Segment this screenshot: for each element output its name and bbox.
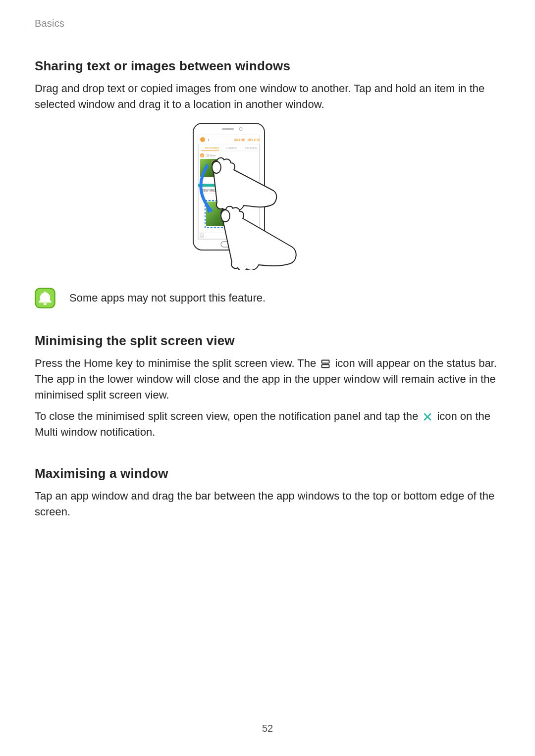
- paragraph-minimise-a: Press the Home key to minimise the split…: [35, 355, 500, 403]
- svg-rect-31: [322, 360, 329, 363]
- illus-delete: DELETE: [248, 138, 261, 142]
- paragraph-sharing: Drag and drop text or copied images from…: [35, 81, 500, 112]
- svg-point-13: [200, 153, 204, 157]
- close-x-icon: [423, 412, 432, 421]
- page-number: 52: [0, 723, 535, 734]
- svg-text:STORIES: STORIES: [245, 147, 257, 150]
- illus-date: 22 Nov: [206, 154, 215, 157]
- svg-point-28: [212, 161, 221, 173]
- paragraph-maximise: Tap an app window and drag the bar betwe…: [35, 488, 500, 520]
- svg-rect-2: [222, 128, 234, 130]
- split-screen-icon: [321, 359, 330, 368]
- illus-count: 1: [208, 138, 210, 142]
- svg-text:PICTURES: PICTURES: [205, 147, 219, 150]
- note-text: Some apps may not support this feature.: [69, 292, 266, 304]
- heading-minimising: Minimising the split screen view: [35, 333, 500, 349]
- paragraph-minimise-b: To close the minimised split screen view…: [35, 408, 500, 440]
- illustration-wrapper: 1 SHARE DELETE PICTURES ALBUMS STORIES 2…: [35, 121, 500, 270]
- note-row: Some apps may not support this feature.: [35, 288, 500, 308]
- text-span: Press the Home key to minimise the split…: [35, 357, 319, 369]
- header-rule: [25, 0, 25, 29]
- heading-sharing: Sharing text or images between windows: [35, 58, 500, 74]
- note-bell-icon: [35, 288, 55, 308]
- heading-maximising: Maximising a window: [35, 466, 500, 481]
- text-span: To close the minimised split screen view…: [35, 410, 421, 422]
- svg-rect-32: [322, 364, 329, 367]
- illus-share: SHARE: [234, 138, 245, 142]
- svg-point-6: [200, 137, 205, 142]
- breadcrumb: Basics: [35, 18, 64, 29]
- illustration-drag-drop: 1 SHARE DELETE PICTURES ALBUMS STORIES 2…: [183, 121, 352, 270]
- svg-point-29: [221, 210, 230, 222]
- svg-text:ALBUMS: ALBUMS: [226, 147, 237, 150]
